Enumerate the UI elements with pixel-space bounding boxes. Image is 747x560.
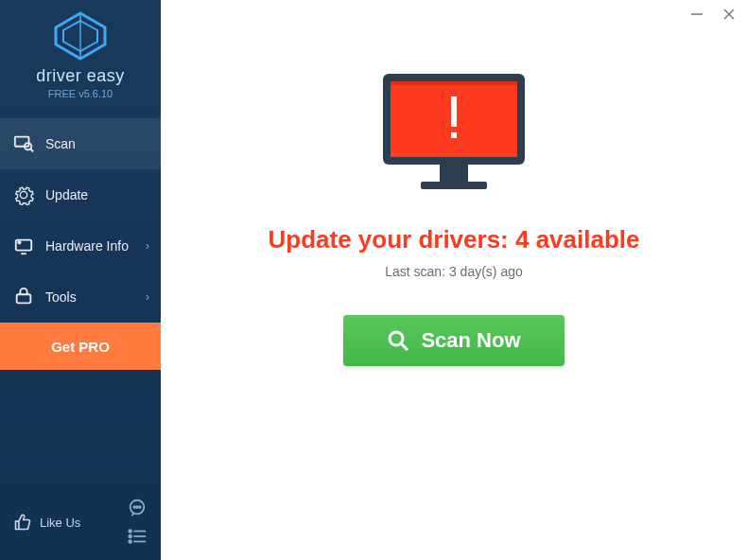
svg-line-4 <box>30 149 33 152</box>
sidebar-item-scan[interactable]: Scan <box>0 118 161 169</box>
thumbs-up-icon <box>13 513 32 532</box>
svg-rect-24 <box>391 81 517 85</box>
sidebar-item-label: Update <box>45 187 88 202</box>
logo-area: driver easy FREE v5.6.10 <box>0 0 161 107</box>
svg-rect-25 <box>451 96 457 127</box>
sidebar-item-hardware-info[interactable]: Hardware Info › <box>0 220 161 271</box>
sidebar-item-update[interactable]: Update <box>0 169 161 220</box>
svg-point-17 <box>129 540 131 543</box>
svg-point-13 <box>129 530 131 533</box>
sidebar-bottom: Like Us <box>0 486 161 560</box>
scan-button-label: Scan Now <box>421 328 520 353</box>
svg-point-11 <box>136 506 138 508</box>
nav: Scan Update Hardware Info › Tools › Get … <box>0 118 161 370</box>
monitor-search-icon <box>13 133 34 154</box>
svg-point-29 <box>390 332 403 345</box>
svg-rect-26 <box>451 132 457 138</box>
app-version: FREE v5.6.10 <box>0 88 161 99</box>
minimize-button[interactable] <box>686 4 707 25</box>
update-headline: Update your drivers: 4 available <box>268 225 639 254</box>
svg-point-15 <box>129 535 131 538</box>
sidebar-item-label: Scan <box>45 136 76 151</box>
main-panel: Update your drivers: 4 available Last sc… <box>161 0 747 560</box>
close-button[interactable] <box>719 4 739 25</box>
get-pro-label: Get PRO <box>51 339 110 355</box>
search-icon <box>387 329 409 352</box>
feedback-icon[interactable] <box>127 498 148 518</box>
gear-icon <box>13 184 34 205</box>
svg-line-30 <box>401 343 408 350</box>
menu-list-icon[interactable] <box>127 526 148 547</box>
sidebar-item-tools[interactable]: Tools › <box>0 271 161 323</box>
hardware-info-icon <box>13 236 34 256</box>
chevron-right-icon: › <box>146 239 149 253</box>
svg-rect-8 <box>17 294 31 303</box>
alert-monitor-icon <box>374 66 534 202</box>
content: Update your drivers: 4 available Last sc… <box>161 28 747 560</box>
sidebar-item-label: Hardware Info <box>45 238 129 254</box>
sidebar-item-label: Tools <box>45 289 77 305</box>
tools-icon <box>13 287 34 307</box>
svg-rect-2 <box>15 137 29 147</box>
chevron-right-icon: › <box>146 290 149 304</box>
svg-rect-27 <box>440 165 468 182</box>
svg-point-6 <box>18 241 20 243</box>
app-name: driver easy <box>0 66 161 86</box>
like-us-link[interactable]: Like Us <box>40 516 80 530</box>
app-logo-icon <box>52 11 109 61</box>
svg-rect-28 <box>421 182 487 189</box>
get-pro-button[interactable]: Get PRO <box>0 323 161 370</box>
last-scan-text: Last scan: 3 day(s) ago <box>385 264 523 279</box>
svg-point-12 <box>139 506 141 508</box>
svg-point-10 <box>133 506 135 508</box>
sidebar: driver easy FREE v5.6.10 Scan Update Har… <box>0 0 161 560</box>
title-bar <box>161 0 747 28</box>
scan-now-button[interactable]: Scan Now <box>343 315 564 366</box>
